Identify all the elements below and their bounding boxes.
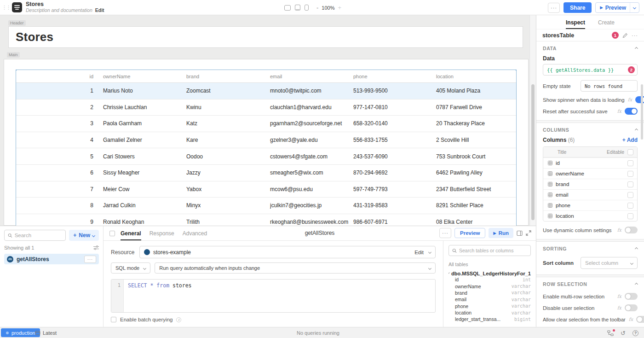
column-row[interactable]: email: [543, 189, 637, 200]
app-logo-icon[interactable]: [12, 2, 22, 12]
schema-search-input[interactable]: [459, 248, 527, 253]
tab-create[interactable]: Create: [598, 19, 615, 29]
column-row[interactable]: brand: [543, 179, 637, 189]
multi-row-toggle[interactable]: [625, 293, 638, 300]
cell-phone[interactable]: 597-749-7793: [353, 186, 436, 192]
tab-advanced[interactable]: Advanced: [183, 230, 207, 240]
collapse-icon[interactable]: [635, 128, 638, 131]
tab-general[interactable]: General: [121, 230, 141, 240]
cell-brand[interactable]: Minyx: [186, 202, 270, 209]
panel-toggle-icon[interactable]: [517, 230, 523, 236]
column-header[interactable]: email: [270, 74, 353, 79]
sql-editor[interactable]: 1 SELECT * from stores: [111, 279, 436, 313]
query-run-button[interactable]: ▶Run: [489, 228, 513, 238]
cell-location[interactable]: 0787 Farwell Drive: [436, 104, 516, 111]
schema-field[interactable]: email varchar: [448, 296, 531, 303]
error-badge[interactable]: 2: [628, 66, 635, 73]
cell-location[interactable]: 2 Scoville Hill: [436, 137, 516, 143]
preview-dropdown-button[interactable]: [630, 6, 639, 9]
sql-mode-select[interactable]: SQL mode: [111, 262, 150, 274]
stores-table-component[interactable]: storesTable id ownerName brand email pho…: [16, 70, 516, 226]
fx-icon[interactable]: fx: [617, 227, 621, 233]
cell-email[interactable]: gzelner3@yale.edu: [270, 137, 353, 143]
editable-checkbox[interactable]: [627, 203, 633, 209]
cell-location[interactable]: 20 Thackeray Place: [436, 120, 516, 127]
sort-column-select[interactable]: Select column: [581, 257, 638, 269]
cell-brand[interactable]: Kare: [186, 137, 270, 143]
table-row[interactable]: 1 Marius Noto Zoomcast mnoto0@twitpic.co…: [16, 83, 516, 99]
batch-checkbox[interactable]: [111, 317, 116, 322]
cell-id[interactable]: 4: [16, 137, 103, 143]
disable-selection-toggle[interactable]: [625, 304, 638, 311]
editable-checkbox[interactable]: [627, 192, 633, 198]
editable-checkbox[interactable]: [627, 213, 633, 219]
cell-phone[interactable]: 243-537-6090: [353, 153, 436, 160]
table-row[interactable]: 3 Paola Garnham Katz pgarnham2@sourcefor…: [16, 116, 516, 132]
desktop-view-icon[interactable]: [284, 5, 291, 11]
query-list-item[interactable]: db getAllStores ···: [4, 254, 99, 264]
data-binding-input[interactable]: {{ getAllStores.data }}: [543, 64, 638, 76]
header-frame[interactable]: Stores: [8, 26, 523, 48]
cell-ownerName[interactable]: Marius Noto: [103, 87, 186, 94]
cell-email[interactable]: pgarnham2@sourceforge.net: [270, 120, 353, 127]
header-frame-tag[interactable]: Header: [8, 20, 26, 26]
environment-selector[interactable]: production: [1, 328, 40, 337]
column-row[interactable]: ownerName: [543, 168, 637, 179]
column-header[interactable]: ownerName: [103, 74, 186, 79]
cell-ownerName[interactable]: Sissy Meagher: [103, 169, 186, 176]
cell-id[interactable]: 2: [16, 104, 103, 111]
collapse-icon[interactable]: [635, 247, 638, 250]
cell-email[interactable]: mcow6@psu.edu: [270, 186, 353, 192]
cell-email[interactable]: rkeoghan8@businessweek.com: [270, 219, 353, 225]
fx-icon[interactable]: fx: [617, 294, 621, 299]
filter-icon[interactable]: [93, 245, 99, 250]
new-query-button[interactable]: + New: [69, 230, 99, 241]
column-header[interactable]: location: [436, 74, 516, 79]
error-badge[interactable]: 1: [612, 32, 619, 39]
help-icon[interactable]: ?: [632, 330, 638, 336]
cell-brand[interactable]: Katz: [186, 120, 270, 127]
column-row[interactable]: location: [543, 210, 637, 221]
query-more-button[interactable]: ···: [439, 228, 451, 238]
cell-brand[interactable]: Oodoo: [186, 153, 270, 160]
cell-location[interactable]: 08 Elka Center: [436, 219, 516, 225]
cell-phone[interactable]: 513-993-9500: [353, 87, 436, 94]
editable-all-checkbox[interactable]: [627, 149, 633, 155]
canvas-scrollbar[interactable]: [529, 15, 536, 226]
zoom-out-button[interactable]: -: [316, 4, 318, 11]
zoom-level[interactable]: 100%: [322, 5, 334, 11]
cell-ownerName[interactable]: Paola Garnham: [103, 120, 186, 127]
column-header[interactable]: brand: [186, 74, 270, 79]
cell-ownerName[interactable]: Meier Cow: [103, 186, 186, 192]
dynamic-columns-toggle[interactable]: [625, 227, 638, 233]
pencil-icon[interactable]: [622, 33, 628, 38]
edit-description-link[interactable]: Edit: [95, 7, 104, 13]
schema-field[interactable]: id int: [448, 276, 531, 283]
schema-field[interactable]: ownerName varchar: [448, 283, 531, 289]
cell-id[interactable]: 5: [16, 153, 103, 160]
schema-field[interactable]: phone varchar: [448, 303, 531, 309]
query-search[interactable]: [4, 230, 66, 241]
cell-ownerName[interactable]: Cari Stowers: [103, 153, 186, 160]
schema-field[interactable]: ledger_start_transa... bigint: [448, 316, 531, 322]
cell-id[interactable]: 8: [16, 202, 103, 209]
schema-table-node[interactable]: dbo.MSSQL_LedgerHistoryFor_15...: [448, 271, 531, 276]
zoom-in-button[interactable]: +: [338, 4, 341, 11]
component-more-button[interactable]: ···: [632, 33, 638, 38]
cell-ownerName[interactable]: Ronald Keoghan: [103, 219, 186, 225]
cell-phone[interactable]: 870-294-9692: [353, 169, 436, 176]
cell-ownerName[interactable]: Chrissie Lauchlan: [103, 104, 186, 111]
fx-icon[interactable]: fx: [628, 97, 632, 102]
mobile-view-icon[interactable]: [305, 5, 309, 11]
cell-phone[interactable]: 658-320-0140: [353, 120, 436, 127]
query-preview-button[interactable]: Preview: [454, 228, 485, 238]
schema-search[interactable]: [448, 245, 531, 256]
cell-brand[interactable]: Jazzy: [186, 169, 270, 176]
schema-field[interactable]: brand varchar: [448, 290, 531, 296]
fx-icon[interactable]: fx: [617, 305, 621, 310]
query-select-checkbox[interactable]: [109, 231, 115, 236]
fx-icon[interactable]: fx: [629, 317, 633, 322]
run-trigger-select[interactable]: Run query automatically when inputs chan…: [155, 262, 436, 274]
table-row[interactable]: 9 Ronald Keoghan Trilith rkeoghan8@busin…: [16, 214, 516, 226]
table-row[interactable]: 2 Chrissie Lauchlan Kwinu clauchlan1@har…: [16, 99, 516, 116]
